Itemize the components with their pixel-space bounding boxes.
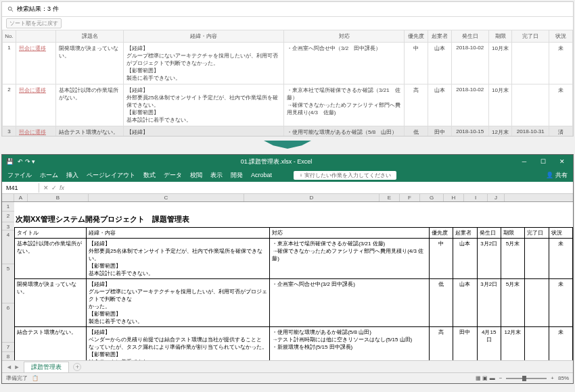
xcell-done[interactable] xyxy=(525,279,549,327)
cell-owner: 山本 xyxy=(428,43,452,84)
excel-ribbon: ファイル ホーム 挿入 ページレイアウト 数式 データ 校閲 表示 開発 Acr… xyxy=(2,168,573,182)
ribbon-home[interactable]: ホーム xyxy=(40,171,58,180)
cell-done xyxy=(512,43,549,84)
ribbon-share[interactable]: 👤 共有 xyxy=(546,171,568,180)
xcell-priority[interactable]: 低 xyxy=(429,279,453,327)
xcell-content[interactable]: 【経緯】 ベンダーからの見積り前提では結合テスト環境は当社が提供することと なっ… xyxy=(87,327,270,361)
status-text: 準備完了 xyxy=(6,374,28,382)
cell-priority: 中 xyxy=(405,43,428,84)
xcell-done[interactable] xyxy=(525,239,549,279)
xcell-priority[interactable]: 中 xyxy=(429,239,453,279)
ribbon-data[interactable]: データ xyxy=(164,171,182,180)
xcell-action[interactable]: ・企画室へ問合せ中(3/2 田中課長) xyxy=(270,279,430,327)
qat-icons[interactable]: ↶ ↷ ▾ xyxy=(18,158,35,165)
th-due[interactable]: 期限 xyxy=(488,30,512,43)
cell-date: 2018-10-02 xyxy=(451,84,488,126)
zoom-in[interactable]: + xyxy=(551,375,554,381)
cell-status: 済 xyxy=(549,126,573,137)
maximize-button[interactable]: ☐ xyxy=(536,158,550,165)
cell-owner: 田中 xyxy=(428,126,452,137)
ribbon-view[interactable]: 表示 xyxy=(210,171,223,180)
status-bar: 準備完了 📋 ▦ ▣ ▬ − + 85% xyxy=(2,372,573,383)
xcell-status[interactable]: 未 xyxy=(549,279,572,327)
sheet-tabs: ◄ ► 課題管理表 + xyxy=(2,360,573,372)
th-content[interactable]: 経緯・内容 xyxy=(123,30,283,43)
cell-link[interactable]: 照会に遷移 xyxy=(16,84,55,126)
th-date[interactable]: 発生日 xyxy=(451,30,488,43)
th-action[interactable]: 対応 xyxy=(284,30,405,43)
cell-action: ・東京本社で場所確保できるか確認（3/21 佐藤） →確保できなかったためファシ… xyxy=(284,84,405,126)
ribbon-dev[interactable]: 開発 xyxy=(231,171,243,180)
sheet-tab-active[interactable]: 課題管理表 xyxy=(24,362,69,372)
excel-data-table: タイトル 経緯・内容 対応 優先度 起案者 発生日 期限 完了日 状況 基本設計… xyxy=(14,227,573,360)
xcell-owner[interactable]: 山本 xyxy=(453,279,477,327)
th-priority[interactable]: 優先度 xyxy=(405,30,428,43)
zoom-slider[interactable] xyxy=(506,378,547,379)
xcell-action[interactable]: ・使用可能な環境があるか確認(5/8 山田) →テスト計画時期には他に空きリソー… xyxy=(270,327,430,361)
xcell-title[interactable]: 結合テスト環境がない。 xyxy=(15,327,87,361)
cell-due: 12月末 xyxy=(488,126,512,137)
row-headers[interactable]: 12345678910 xyxy=(2,202,14,360)
ribbon-insert[interactable]: 挿入 xyxy=(66,171,78,180)
xcell-due[interactable]: 12月末 xyxy=(501,327,524,361)
fx-buttons[interactable]: ✕✓fx xyxy=(39,185,68,191)
cell-no: 1 xyxy=(3,43,16,84)
zoom-out[interactable]: − xyxy=(499,375,503,381)
th-status[interactable]: 状況 xyxy=(549,30,573,43)
status-icon: 📋 xyxy=(32,375,39,381)
ribbon-formula[interactable]: 数式 xyxy=(143,171,156,180)
cell-priority: 低 xyxy=(405,126,428,137)
cell-content: 【経緯】 外部要員25名体制でオンサイト予定だが、社内で作業場所を確保できない。… xyxy=(123,84,283,126)
cell-content: 【経緯】 グループ標準にないアーキテクチャを採用したいが、利用可否がプロジェクト… xyxy=(123,43,283,84)
xcell-done[interactable] xyxy=(525,327,549,361)
ribbon-tellme[interactable]: ♀ 実行したい作業を入力してください xyxy=(294,171,396,180)
sheet-area[interactable]: ABCDEFGHIJ 12345678910 次期XX管理システム開発プロジェク… xyxy=(2,194,573,360)
sheet-nav[interactable]: ◄ ► xyxy=(2,364,24,370)
xcell-priority[interactable]: 高 xyxy=(429,327,453,361)
xcell-status[interactable]: 未 xyxy=(549,327,572,361)
ribbon-review[interactable]: 校閲 xyxy=(190,171,202,180)
cell-title: 開発環境が決まっていない。 xyxy=(56,43,123,84)
column-headers[interactable]: ABCDEFGHIJ xyxy=(2,194,573,202)
cell-no: 3 xyxy=(3,126,16,137)
close-button[interactable]: ✕ xyxy=(555,158,569,165)
ribbon-acrobat[interactable]: Acrobat xyxy=(251,172,272,178)
xcell-content[interactable]: 【経緯】 外部要員25名体制でオンサイト予定だが、社内で作業場所を確保できない。… xyxy=(87,239,270,279)
th-title[interactable]: 課題名 xyxy=(56,30,123,43)
xcell-title[interactable]: 開発環境が決まっていない。 xyxy=(15,279,87,327)
search-results-panel: 検索結果：3 件 ソート順を元に戻す No. 課題名 経緯・内容 対応 優先度 … xyxy=(1,1,574,137)
cell-status: 未 xyxy=(549,43,573,84)
cell-content: 【経緯】 ベンダーからの見積り前提では結合テスト環境は当社が提供することと なっ… xyxy=(123,126,283,137)
cell-link[interactable]: 照会に遷移 xyxy=(16,126,55,137)
excel-window: 💾 ↶ ↷ ▾ 01.課題管理表.xlsx - Excel ─ ☐ ✕ ファイル… xyxy=(1,154,574,384)
th-owner[interactable]: 起案者 xyxy=(428,30,452,43)
minimize-button[interactable]: ─ xyxy=(518,158,531,165)
xcell-status[interactable]: 未 xyxy=(549,239,572,279)
xcell-owner[interactable]: 山本 xyxy=(453,239,477,279)
xcell-date[interactable]: 4月15日 xyxy=(477,327,501,361)
th-done[interactable]: 完了日 xyxy=(512,30,549,43)
th-blank[interactable] xyxy=(16,30,55,43)
xcell-date[interactable]: 3月2日 xyxy=(477,279,501,327)
xcell-owner[interactable]: 田中 xyxy=(453,327,477,361)
xcell-due[interactable]: 5月末 xyxy=(501,279,524,327)
cell-title: 基本設計以降の作業場所がない。 xyxy=(56,84,123,126)
cell-due: 10月末 xyxy=(488,43,512,84)
th-no[interactable]: No. xyxy=(3,30,16,43)
xcell-title[interactable]: 基本設計以降の作業場所がない。 xyxy=(15,239,87,279)
ribbon-file[interactable]: ファイル xyxy=(7,171,32,180)
view-buttons[interactable]: ▦ ▣ ▬ xyxy=(476,375,495,381)
xcell-date[interactable]: 3月2日 xyxy=(477,239,501,279)
xcell-action[interactable]: ・東京本社で場所確保できるか確認(3/21 佐藤) →確保できなかったためファシ… xyxy=(270,239,430,279)
cell-owner: 山本 xyxy=(428,84,452,126)
name-box[interactable]: M41 xyxy=(2,183,39,193)
zoom-level[interactable]: 85% xyxy=(558,375,569,381)
ribbon-layout[interactable]: ページレイアウト xyxy=(87,171,135,180)
cell-link[interactable]: 照会に遷移 xyxy=(16,43,55,84)
add-sheet-button[interactable]: + xyxy=(73,363,81,371)
xcell-content[interactable]: 【経緯】 グループ標準にないアーキテクチャを採用したいが、利用可否がプロジェクト… xyxy=(87,279,270,327)
cell-date: 2018-10-15 xyxy=(451,126,488,137)
xcell-due[interactable]: 5月末 xyxy=(501,239,524,279)
save-icon[interactable]: 💾 xyxy=(6,158,14,165)
reset-sort-button[interactable]: ソート順を元に戻す xyxy=(6,18,62,28)
